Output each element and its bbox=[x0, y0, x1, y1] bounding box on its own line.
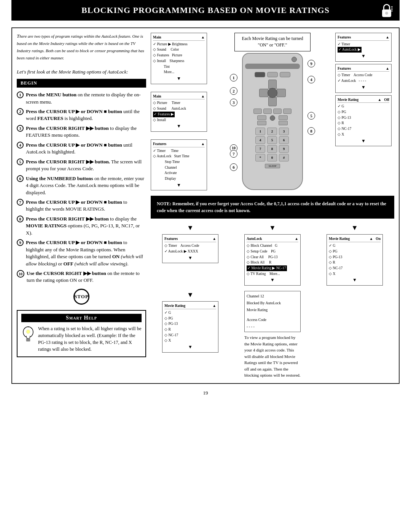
stop-circle: STOP bbox=[73, 289, 89, 305]
power-button bbox=[292, 57, 297, 62]
vol-up bbox=[257, 115, 266, 120]
bs3-row4: ◇ R bbox=[329, 260, 381, 265]
bottom2-center-col: Channel 12 Blocked By AutoLock Movie Rat… bbox=[233, 291, 312, 379]
step-9-text: Press the CURSOR UP ▶ or DOWN ■ button t… bbox=[26, 239, 146, 267]
down-arrow-4: ▼ bbox=[187, 291, 194, 299]
ch-up bbox=[279, 115, 288, 120]
numpad-1: 1 bbox=[255, 128, 265, 135]
dpad-center bbox=[268, 88, 277, 98]
bs2-row6: ◇ TV Rating More... bbox=[247, 271, 298, 277]
top-area: Main▲ ✓ Picture ▶ Brightness ◇ Sound Col… bbox=[151, 33, 394, 190]
screen-1-row2: ◇ Sound Color bbox=[153, 47, 205, 53]
channel-blocked-desc: To view a program blocked by the Movie R… bbox=[244, 334, 301, 379]
circle-num-3: 3 bbox=[230, 99, 237, 106]
numpad-5: 5 bbox=[267, 136, 277, 144]
bs4-row6: ◇ X bbox=[164, 338, 216, 343]
step-3-text: Press the CURSOR RIGHT ▶▶ button to disp… bbox=[26, 125, 146, 139]
dpad-right bbox=[277, 89, 286, 97]
circle-num-1: 1 bbox=[230, 74, 237, 81]
misc-btn-1 bbox=[253, 109, 262, 114]
screen-1-header: Main▲ bbox=[153, 35, 205, 41]
screen-2-row1: ◇ Picture Timer bbox=[153, 100, 205, 106]
screen-1-row3: ◇ Features Picture bbox=[153, 53, 205, 58]
bs3-row6: ◇ X bbox=[329, 271, 381, 277]
screen-6-row6: ◇ X bbox=[338, 132, 389, 137]
bs4-down-arrow: ▼ bbox=[164, 343, 216, 351]
bs1-row2: ✓ AutoLock ▶ XXXX bbox=[164, 249, 216, 254]
step-6-text: Using the NUMBERED buttons on the remote… bbox=[26, 175, 146, 196]
bottom-right-col: ▼ Movie Rating▲ On ✓ G ◇ PG ◇ bbox=[315, 224, 394, 286]
bottom-left-col: ▼ Features▲ ◇ Timer Access Code ✓ AutoLo… bbox=[151, 224, 230, 286]
misc-btn-2 bbox=[263, 109, 272, 114]
step-10-number: 10 bbox=[17, 270, 24, 278]
begin-badge: BEGIN bbox=[17, 79, 146, 88]
callout-box: Each Movie Rating can be turned "ON" or … bbox=[234, 33, 311, 51]
step-2: 2 Press the CURSOR UP ▶ or DOWN ■ button… bbox=[17, 108, 146, 122]
step-1: 1 Press the MENU button on the remote to… bbox=[17, 91, 146, 105]
circle-num-9: 9 bbox=[307, 60, 315, 67]
screen-4-header: Features▲ bbox=[338, 35, 389, 41]
screen-6-row1: ✓ G bbox=[338, 104, 389, 109]
remote-container: Each Movie Rating can be turned "ON" or … bbox=[213, 33, 332, 190]
step-4-text: Press the CURSOR UP ▶ or DOWN ■ button u… bbox=[26, 142, 146, 156]
note-box: NOTE: Remember, if you ever forget your … bbox=[151, 196, 394, 219]
channel-blocked-mini: Channel 12 Blocked By AutoLock Movie Rat… bbox=[244, 291, 301, 332]
page-number: 19 bbox=[203, 390, 208, 396]
misc-btn-3 bbox=[273, 109, 282, 114]
screen-1: Main▲ ✓ Picture ▶ Brightness ◇ Sound Col… bbox=[151, 33, 207, 84]
bottom-screen-1: Features▲ ◇ Timer Access Code ✓ AutoLock… bbox=[162, 234, 218, 263]
step-6-number: 6 bbox=[17, 175, 24, 182]
screen-2: Main▲ ◇ Picture Timer ◇ Sound AutoLock ✓… bbox=[151, 92, 207, 132]
screen-1-row1: ✓ Picture ▶ Brightness bbox=[153, 42, 205, 47]
page-header: Blocking Programming Based on Movie Rati… bbox=[11, 0, 400, 21]
remote-dpad bbox=[259, 80, 286, 106]
smart-help-text: When a rating is set to block, all highe… bbox=[38, 325, 142, 353]
page-wrapper: Blocking Programming Based on Movie Rati… bbox=[0, 0, 411, 532]
page-title: Blocking Programming Based on Movie Rati… bbox=[11, 5, 400, 15]
bs3-row5: ◇ NC-17 bbox=[329, 265, 381, 271]
circle-num-2: 2 bbox=[230, 87, 237, 95]
bottom2-left-col: ▼ Movie Rating▲ ✓ G ◇ PG ◇ PG-13 ◇ R ◇ N… bbox=[151, 291, 230, 379]
screen-3-down-arrow: ▼ bbox=[153, 182, 205, 189]
screen-5-down-arrow: ▼ bbox=[338, 84, 389, 91]
screen-1-row6: More... bbox=[153, 69, 205, 75]
numpad-7: 7 bbox=[255, 145, 265, 153]
step-5: 5 Press the CURSOR RIGHT ▶▶ button. The … bbox=[17, 158, 146, 173]
bs2-row3: ◇ Clear All PG-13 bbox=[247, 254, 298, 260]
numpad-9: 9 bbox=[279, 145, 289, 153]
right-column: Main▲ ✓ Picture ▶ Brightness ◇ Sound Col… bbox=[151, 33, 394, 379]
screen-1-row4: ◇ Install Sharpness bbox=[153, 58, 205, 64]
bs2-header: AutoLock▲ bbox=[247, 236, 298, 242]
screen-4-row1: ✓ Timer bbox=[338, 42, 389, 47]
cb-line1: Channel 12 bbox=[247, 293, 298, 300]
remote-btn-row-1 bbox=[245, 72, 300, 77]
misc-btn-4 bbox=[283, 109, 292, 114]
smart-help-body: When a rating is set to block, all highe… bbox=[21, 325, 142, 353]
bulb-icon bbox=[21, 325, 35, 346]
cb-spacer bbox=[247, 313, 298, 316]
screen-6-row2: ◇ PG bbox=[338, 109, 389, 115]
screen-4-row2: ✓ AutoLock ▶ bbox=[338, 47, 389, 53]
bs4-row2: ◇ PG bbox=[164, 316, 216, 321]
vol-btns bbox=[257, 115, 266, 125]
screen-6: Movie Rating▲ Off ✓ G ◇ PG ◇ PG-13 ◇ R bbox=[335, 95, 392, 147]
screen-3-row3: Stop Time bbox=[153, 159, 205, 165]
intro-text: There are two types of program ratings w… bbox=[17, 33, 144, 61]
bs1-down-arrow: ▼ bbox=[164, 254, 216, 262]
bs4-header: Movie Rating▲ bbox=[164, 303, 216, 309]
channel-blocked-screen: Channel 12 Blocked By AutoLock Movie Rat… bbox=[244, 291, 301, 379]
screen-3-row5: Activate bbox=[153, 170, 205, 176]
step-7: 7 Press the CURSOR UP ▶ or DOWN ■ button… bbox=[17, 199, 146, 213]
cb-line3: Movie Rating bbox=[247, 307, 298, 313]
right-screen-stack: Features▲ ✓ Timer ✓ AutoLock ▶ ▼ Fe bbox=[335, 33, 394, 146]
screen-3-row1: ✓ Timer Time bbox=[153, 148, 205, 154]
screen-2-down-arrow: ▼ bbox=[153, 123, 205, 130]
screen-5-row2: ✓ AutoLock - - - - bbox=[338, 78, 389, 84]
screen-4: Features▲ ✓ Timer ✓ AutoLock ▶ ▼ bbox=[335, 33, 392, 62]
screen-1-down-arrow: ▼ bbox=[153, 75, 205, 82]
screen-5-header: Features▲ bbox=[338, 66, 389, 72]
bs2-row1: ◇ Block Channel G bbox=[247, 243, 298, 249]
stop-badge-area: STOP bbox=[17, 289, 146, 305]
callout-text: Each Movie Rating can be turned "ON" or … bbox=[242, 36, 303, 48]
down-arrow-2: ▼ bbox=[269, 224, 276, 232]
